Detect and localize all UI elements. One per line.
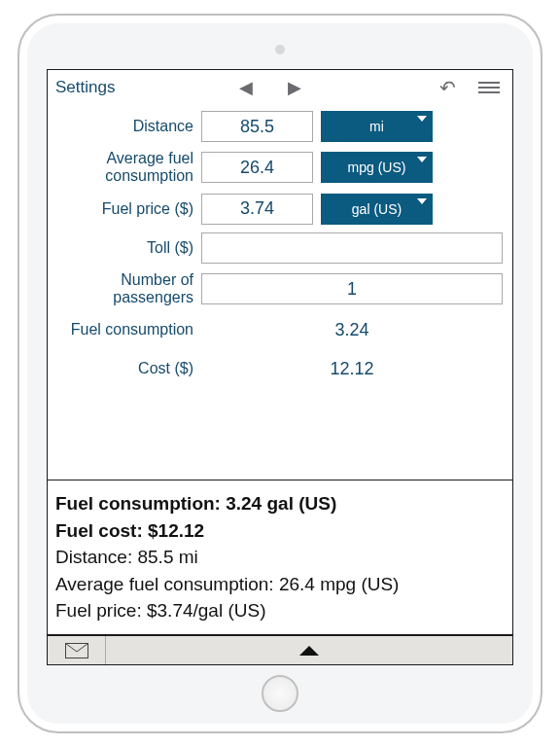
fuelcons-output: 3.24	[201, 315, 503, 346]
next-arrow-icon[interactable]: ▶	[272, 77, 317, 98]
undo-icon[interactable]: ↶	[425, 76, 470, 99]
summary-price: Fuel price: $3.74/gal (US)	[55, 597, 505, 624]
summary-distance: Distance: 85.5 mi	[55, 544, 505, 571]
device-camera	[275, 45, 285, 54]
cost-output: 12.12	[201, 354, 503, 385]
top-bar: Settings ◀ ▶ ↶	[48, 70, 512, 105]
cost-label: Cost ($)	[57, 360, 193, 377]
passengers-label: Number of passengers	[57, 271, 193, 307]
device-home-button[interactable]	[262, 675, 298, 712]
distance-unit-select[interactable]: mi	[321, 111, 433, 142]
summary-panel: Fuel consumption: 3.24 gal (US) Fuel cos…	[48, 480, 512, 635]
row-fuelcons: Fuel consumption 3.24	[57, 315, 503, 346]
avg-unit-select[interactable]: mpg (US)	[321, 152, 433, 183]
row-toll: Toll ($)	[57, 232, 503, 264]
expand-button[interactable]	[106, 646, 512, 656]
price-input[interactable]: 3.74	[201, 194, 313, 225]
toll-label: Toll ($)	[57, 239, 193, 257]
device-frame: Settings ◀ ▶ ↶ Distance 85.5 mi Average …	[18, 14, 542, 733]
price-label: Fuel price ($)	[57, 200, 193, 218]
toll-input[interactable]	[201, 232, 503, 264]
settings-link[interactable]: Settings	[55, 78, 115, 97]
form-area: Distance 85.5 mi Average fuel consumptio…	[48, 105, 512, 403]
price-unit-select[interactable]: gal (US)	[321, 194, 433, 225]
row-cost: Cost ($) 12.12	[57, 354, 503, 385]
row-price: Fuel price ($) 3.74 gal (US)	[57, 194, 503, 225]
avg-label: Average fuel consumption	[57, 150, 193, 186]
chevron-up-icon	[299, 646, 319, 656]
mail-icon	[65, 643, 88, 658]
passengers-input[interactable]: 1	[201, 273, 503, 304]
summary-avg: Average fuel consumption: 26.4 mpg (US)	[55, 571, 505, 598]
bottom-bar	[48, 635, 512, 664]
row-distance: Distance 85.5 mi	[57, 111, 503, 142]
app-screen: Settings ◀ ▶ ↶ Distance 85.5 mi Average …	[47, 69, 513, 665]
row-avg: Average fuel consumption 26.4 mpg (US)	[57, 150, 503, 186]
distance-input[interactable]: 85.5	[201, 111, 313, 142]
row-passengers: Number of passengers 1	[57, 271, 503, 307]
avg-input[interactable]: 26.4	[201, 152, 313, 183]
menu-icon[interactable]	[473, 82, 505, 93]
mail-button[interactable]	[48, 636, 106, 664]
summary-fuelcons: Fuel consumption: 3.24 gal (US)	[55, 490, 505, 517]
summary-cost: Fuel cost: $12.12	[55, 517, 505, 545]
distance-label: Distance	[57, 118, 193, 135]
fuelcons-label: Fuel consumption	[57, 321, 193, 338]
prev-arrow-icon[interactable]: ◀	[224, 77, 268, 98]
